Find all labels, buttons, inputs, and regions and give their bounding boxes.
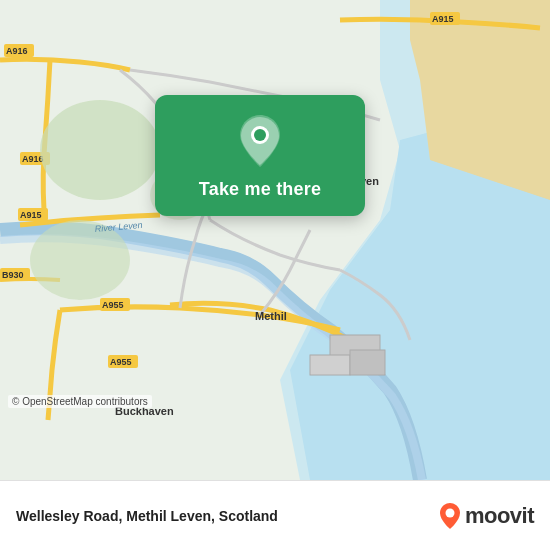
take-me-there-label: Take me there — [199, 179, 321, 200]
svg-point-31 — [445, 508, 454, 517]
location-pin-icon — [236, 113, 284, 169]
svg-text:A915: A915 — [432, 14, 454, 24]
take-me-there-button[interactable]: Take me there — [155, 95, 365, 216]
moovit-wordmark: moovit — [465, 503, 534, 529]
svg-text:Methil: Methil — [255, 310, 287, 322]
bottom-bar: Wellesley Road, Methil Leven, Scotland m… — [0, 480, 550, 550]
svg-text:B930: B930 — [2, 270, 24, 280]
svg-text:A955: A955 — [102, 300, 124, 310]
map-container: A916 A916 A916 A915 A955 A955 A915 B930 — [0, 0, 550, 480]
svg-point-22 — [40, 100, 160, 200]
moovit-pin-icon — [439, 502, 461, 530]
svg-rect-21 — [350, 350, 385, 375]
svg-text:A916: A916 — [22, 154, 44, 164]
svg-text:A916: A916 — [6, 46, 28, 56]
moovit-logo: moovit — [439, 502, 534, 530]
address-text: Wellesley Road, Methil Leven, Scotland — [16, 508, 278, 524]
svg-text:A915: A915 — [20, 210, 42, 220]
svg-rect-20 — [310, 355, 350, 375]
svg-text:A955: A955 — [110, 357, 132, 367]
address-section: Wellesley Road, Methil Leven, Scotland — [16, 508, 278, 524]
map-attribution: © OpenStreetMap contributors — [8, 395, 152, 408]
svg-point-30 — [254, 129, 266, 141]
